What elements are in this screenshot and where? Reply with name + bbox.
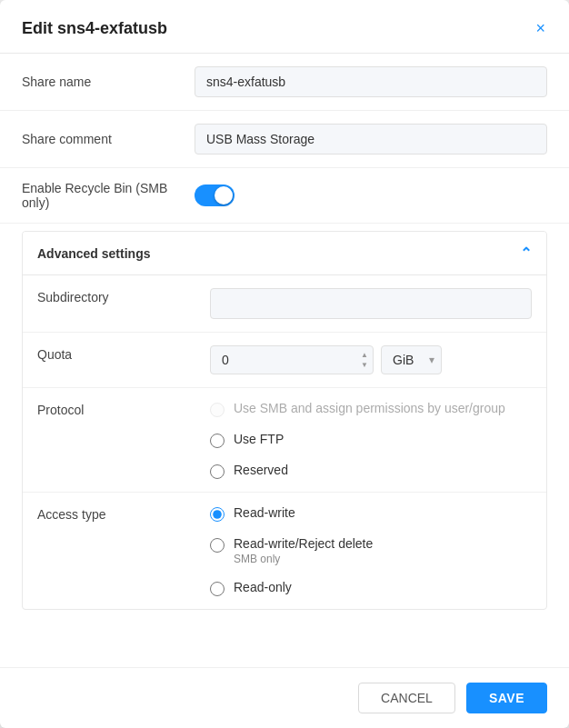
subdirectory-label: Subdirectory [37,288,210,304]
recycle-bin-label: Enable Recycle Bin (SMB only) [22,181,195,210]
access-reject-radio[interactable] [210,538,225,553]
quota-row: Quota ▲ ▼ [23,333,546,388]
protocol-reserved-radio[interactable] [210,464,225,479]
protocol-label: Protocol [37,401,210,417]
access-reject-text-group: Read-write/Reject delete SMB only [234,536,373,565]
edit-dialog: Edit sns4-exfatusb × Share name Share co… [0,0,569,728]
quota-spinners: ▲ ▼ [359,351,370,370]
recycle-bin-row: Enable Recycle Bin (SMB only) [0,168,569,224]
protocol-ftp-radio[interactable] [210,434,225,448]
access-read-write-option: Read-write [210,505,532,522]
subdirectory-control [210,288,532,319]
recycle-bin-toggle[interactable] [195,184,235,206]
advanced-settings-title: Advanced settings [37,246,150,261]
protocol-control: Use SMB and assign permissions by user/g… [210,401,532,479]
close-button[interactable]: × [534,18,547,38]
protocol-smb-radio[interactable] [210,403,225,417]
quota-decrement-button[interactable]: ▼ [359,361,370,370]
protocol-option-smb: Use SMB and assign permissions by user/g… [210,401,532,417]
subdirectory-row: Subdirectory [23,275,546,333]
quota-unit-wrapper: KiB MiB GiB TiB [381,345,442,374]
quota-label: Quota [37,345,210,362]
dialog-header: Edit sns4-exfatusb × [0,0,569,54]
advanced-section: Advanced settings ⌃ Subdirectory Quota [22,231,547,610]
access-type-control: Read-write Read-write/Reject delete SMB … [210,505,532,596]
access-type-label: Access type [37,505,210,522]
share-name-row: Share name [0,54,569,111]
subdirectory-input[interactable] [210,288,532,319]
access-read-write-radio[interactable] [210,507,225,522]
quota-control: ▲ ▼ KiB MiB GiB TiB [210,345,532,374]
quota-unit-select[interactable]: KiB MiB GiB TiB [381,345,442,374]
protocol-radio-group: Use SMB and assign permissions by user/g… [210,401,532,479]
access-type-radio-group: Read-write Read-write/Reject delete SMB … [210,505,532,596]
access-reject-option: Read-write/Reject delete SMB only [210,536,532,565]
protocol-option-reserved: Reserved [210,463,532,479]
dialog-title: Edit sns4-exfatusb [22,19,167,38]
access-type-row: Access type Read-write Read-write/Reject… [23,493,546,609]
share-comment-control [195,124,547,155]
save-button[interactable]: SAVE [466,683,547,713]
quota-row-inner: ▲ ▼ KiB MiB GiB TiB [210,345,532,374]
protocol-smb-label: Use SMB and assign permissions by user/g… [234,401,505,415]
chevron-up-icon: ⌃ [520,244,532,262]
share-name-control [195,66,547,97]
access-reject-label: Read-write/Reject delete [234,536,373,551]
protocol-row: Protocol Use SMB and assign permissions … [23,388,546,493]
dialog-footer: CANCEL SAVE [0,667,569,728]
access-read-only-option: Read-only [210,580,532,596]
recycle-bin-control [195,184,547,206]
quota-input-wrapper: ▲ ▼ [210,345,374,374]
advanced-settings-header[interactable]: Advanced settings ⌃ [23,232,546,274]
protocol-option-ftp: Use FTP [210,432,532,448]
access-read-only-label: Read-only [234,580,292,594]
toggle-wrapper [195,184,547,206]
cancel-button[interactable]: CANCEL [358,683,455,713]
share-name-input[interactable] [195,66,547,97]
quota-input[interactable] [210,345,374,374]
advanced-body: Subdirectory Quota ▲ [23,274,546,609]
quota-increment-button[interactable]: ▲ [359,351,370,360]
toggle-track [195,184,235,206]
access-reject-sublabel: SMB only [234,553,373,565]
protocol-ftp-label: Use FTP [234,432,284,446]
share-comment-input[interactable] [195,124,547,155]
share-comment-row: Share comment [0,111,569,168]
protocol-reserved-label: Reserved [234,463,288,477]
share-comment-label: Share comment [22,132,195,146]
access-read-only-radio[interactable] [210,582,225,596]
toggle-thumb [215,186,233,204]
access-read-write-label: Read-write [234,505,295,520]
share-name-label: Share name [22,75,195,89]
dialog-body: Share name Share comment Enable Recycle … [0,54,569,667]
